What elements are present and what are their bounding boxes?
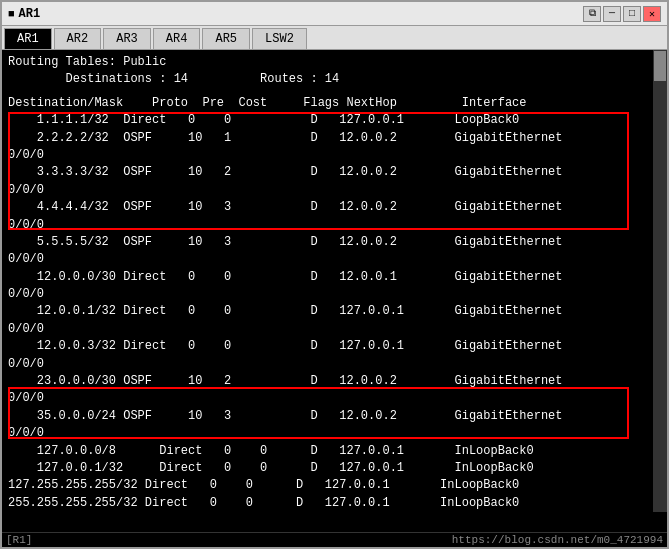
status-bar: [R1] https://blog.csdn.net/m0_4721994 — [2, 532, 667, 547]
route-row: 4.4.4.4/32 OSPF 10 3 D 12.0.0.2 GigabitE… — [8, 199, 645, 216]
route-row: 127.255.255.255/32 Direct 0 0 D 127.0.0.… — [8, 477, 645, 494]
route-cont: 0/0/0 — [8, 147, 645, 164]
route-row: 3.3.3.3/32 OSPF 10 2 D 12.0.0.2 GigabitE… — [8, 164, 645, 181]
tab-ar2[interactable]: AR2 — [54, 28, 102, 49]
tab-bar: AR1 AR2 AR3 AR4 AR5 LSW2 — [2, 26, 667, 50]
route-row: 1.1.1.1/32 Direct 0 0 D 127.0.0.1 LoopBa… — [8, 112, 645, 129]
route-cont: 0/0/0 — [8, 217, 645, 234]
routing-stats: Destinations : 14 Routes : 14 — [8, 71, 645, 88]
route-cont: 0/0/0 — [8, 425, 645, 442]
tab-ar4[interactable]: AR4 — [153, 28, 201, 49]
terminal: Routing Tables: Public Destinations : 14… — [2, 50, 667, 532]
scrollbar[interactable] — [653, 50, 667, 512]
status-right: https://blog.csdn.net/m0_4721994 — [452, 534, 663, 546]
route-cont: 0/0/0 — [8, 321, 645, 338]
route-cont: 0/0/0 — [8, 251, 645, 268]
tab-ar3[interactable]: AR3 — [103, 28, 151, 49]
main-window: ■ AR1 ⧉ ─ □ ✕ AR1 AR2 AR3 AR4 AR5 LSW2 R… — [0, 0, 669, 549]
close-button[interactable]: ✕ — [643, 6, 661, 22]
route-row: 127.0.0.1/32 Direct 0 0 D 127.0.0.1 InLo… — [8, 460, 645, 477]
route-row: 12.0.0.1/32 Direct 0 0 D 127.0.0.1 Gigab… — [8, 303, 645, 320]
route-row: 127.0.0.0/8 Direct 0 0 D 127.0.0.1 InLoo… — [8, 443, 645, 460]
tab-ar1[interactable]: AR1 — [4, 28, 52, 49]
route-row: 5.5.5.5/32 OSPF 10 3 D 12.0.0.2 GigabitE… — [8, 234, 645, 251]
route-row: 35.0.0.0/24 OSPF 10 3 D 12.0.0.2 Gigabit… — [8, 408, 645, 425]
route-row: 12.0.0.3/32 Direct 0 0 D 127.0.0.1 Gigab… — [8, 338, 645, 355]
tab-ar5[interactable]: AR5 — [202, 28, 250, 49]
tab-lsw2[interactable]: LSW2 — [252, 28, 307, 49]
route-row: 255.255.255.255/32 Direct 0 0 D 127.0.0.… — [8, 495, 645, 512]
minimize-button[interactable]: ─ — [603, 6, 621, 22]
column-header: Destination/Mask Proto Pre Cost Flags Ne… — [8, 95, 645, 112]
route-cont: 0/0/0 — [8, 182, 645, 199]
title-bar-left: ■ AR1 — [8, 7, 40, 21]
scrollbar-thumb[interactable] — [654, 51, 666, 81]
restore-button[interactable]: ⧉ — [583, 6, 601, 22]
title-bar-controls: ⧉ ─ □ ✕ — [583, 6, 661, 22]
title-bar: ■ AR1 ⧉ ─ □ ✕ — [2, 2, 667, 26]
route-row: 12.0.0.0/30 Direct 0 0 D 12.0.0.1 Gigabi… — [8, 269, 645, 286]
window-icon: ■ — [8, 8, 15, 20]
terminal-content: Routing Tables: Public Destinations : 14… — [8, 54, 661, 512]
routes-container: 1.1.1.1/32 Direct 0 0 D 127.0.0.1 LoopBa… — [8, 112, 645, 512]
route-row: 23.0.0.0/30 OSPF 10 2 D 12.0.0.2 Gigabit… — [8, 373, 645, 390]
routing-header: Routing Tables: Public — [8, 54, 645, 71]
route-cont: 0/0/0 — [8, 390, 645, 407]
route-cont: 0/0/0 — [8, 356, 645, 373]
status-left: [R1] — [6, 534, 32, 546]
maximize-button[interactable]: □ — [623, 6, 641, 22]
route-cont: 0/0/0 — [8, 286, 645, 303]
window-title: AR1 — [19, 7, 41, 21]
route-row: 2.2.2.2/32 OSPF 10 1 D 12.0.0.2 GigabitE… — [8, 130, 645, 147]
